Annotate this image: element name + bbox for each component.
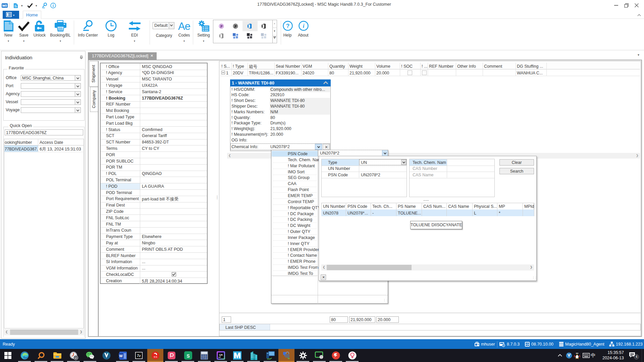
svg-text:京东: 京东	[154, 356, 158, 358]
svg-text:W: W	[119, 354, 123, 358]
svg-text:7z: 7z	[137, 354, 141, 358]
svg-text:S: S	[186, 353, 190, 359]
svg-text:?: ?	[286, 23, 289, 29]
svg-text:i: i	[303, 23, 305, 29]
svg-text:QA: QA	[219, 353, 223, 356]
